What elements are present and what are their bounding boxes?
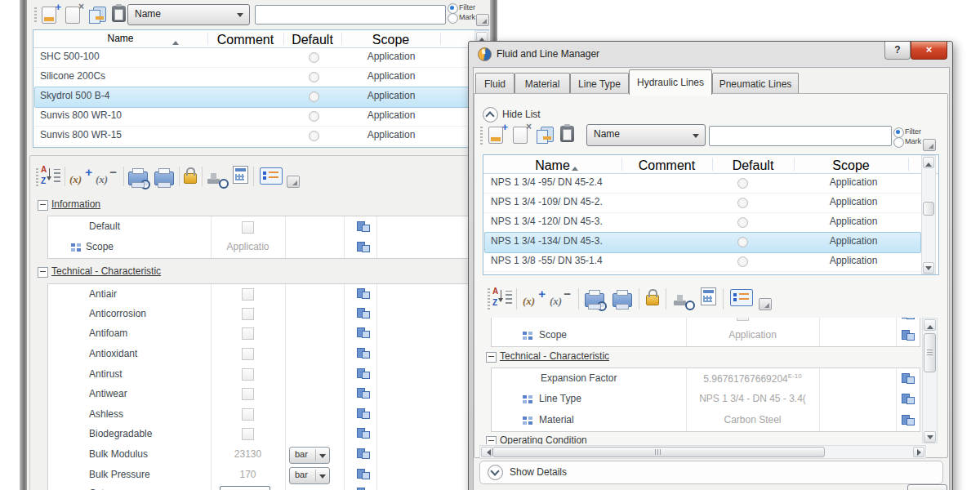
prop-row-ashless[interactable]: Ashless xyxy=(47,404,479,425)
default-radio[interactable] xyxy=(309,72,319,82)
hide-list-chevron-icon[interactable] xyxy=(483,107,498,122)
tab-material[interactable]: Material xyxy=(514,73,570,95)
copy-item-icon[interactable] xyxy=(93,7,106,22)
add-expression-icon[interactable] xyxy=(523,290,547,310)
scrollbar-thumb[interactable] xyxy=(924,333,936,372)
filter-field-combo[interactable]: Name xyxy=(586,124,706,146)
filter-options-button[interactable] xyxy=(476,14,489,26)
prop-row-anticorrosion[interactable]: Anticorrosion xyxy=(47,304,479,325)
validate-icon[interactable] xyxy=(674,287,692,305)
show-details-bar[interactable]: Show Details xyxy=(479,461,943,484)
category-input[interactable] xyxy=(220,486,270,490)
toolbar-overflow-button[interactable] xyxy=(759,298,772,310)
prop-row-bulk-modulus[interactable]: Bulk Modulus 23130 bar xyxy=(47,444,479,466)
lock-icon[interactable] xyxy=(184,173,197,184)
fluid-row-silicone[interactable]: Silicone 200Cs Application xyxy=(34,67,474,87)
column-header-default[interactable]: Default xyxy=(283,33,341,47)
copy-reference-icon[interactable] xyxy=(357,428,370,439)
line-row-55[interactable]: NPS 1 3/8 -55/ DN 35-1.4 Application xyxy=(484,252,920,272)
default-checkbox[interactable] xyxy=(242,221,254,234)
tab-fluid[interactable]: Fluid xyxy=(475,73,514,95)
create-item-icon[interactable] xyxy=(42,7,56,24)
toolbar-grip[interactable] xyxy=(36,167,38,186)
validate-icon[interactable] xyxy=(207,166,225,184)
column-header-comment[interactable]: Comment xyxy=(621,158,712,173)
scroll-left-button[interactable] xyxy=(481,447,492,457)
prop-row-default[interactable]: Default xyxy=(47,216,479,238)
close-button[interactable]: × xyxy=(911,42,947,60)
checkbox[interactable] xyxy=(242,308,254,320)
column-header-scope[interactable]: Scope xyxy=(341,33,440,47)
spreadsheet-icon[interactable] xyxy=(701,287,716,305)
copy-reference-icon[interactable] xyxy=(357,469,370,479)
checkbox[interactable] xyxy=(242,348,254,360)
print-icon[interactable] xyxy=(154,172,174,185)
checkbox[interactable] xyxy=(242,327,254,340)
copy-reference-icon[interactable] xyxy=(357,327,370,338)
checkbox[interactable] xyxy=(242,388,254,400)
copy-reference-icon[interactable] xyxy=(357,388,370,399)
prop-row-line-type[interactable]: Line Type NPS 1 3/4 - DN 45 - 3.4( xyxy=(491,389,920,411)
remove-expression-icon[interactable] xyxy=(96,168,120,188)
default-radio[interactable] xyxy=(309,52,319,63)
checkbox[interactable] xyxy=(242,428,254,440)
toolbar-grip[interactable] xyxy=(480,127,483,145)
default-radio[interactable] xyxy=(309,91,319,102)
show-details-chevron-icon[interactable] xyxy=(488,465,503,480)
toolbar-overflow-button[interactable] xyxy=(287,176,300,188)
column-header-scope[interactable]: Scope xyxy=(794,158,908,173)
scroll-up-button[interactable] xyxy=(924,319,936,331)
fluid-row-skydrol-selected[interactable]: Skydrol 500 B-4 Application xyxy=(34,87,474,108)
tab-line-type[interactable]: Line Type xyxy=(570,73,629,95)
collapse-information-icon[interactable] xyxy=(38,200,48,211)
paste-item-icon[interactable] xyxy=(112,6,126,22)
delete-item-icon[interactable] xyxy=(513,127,528,144)
prop-row-biodegradable[interactable]: Biodegradable xyxy=(47,424,479,445)
toolbar-grip[interactable] xyxy=(488,288,490,310)
default-radio[interactable] xyxy=(737,217,748,228)
column-header-default[interactable]: Default xyxy=(712,158,794,173)
column-header-name[interactable]: Name xyxy=(33,33,207,44)
paste-item-icon[interactable] xyxy=(560,126,574,142)
copy-reference-icon[interactable] xyxy=(357,308,370,318)
print-icon[interactable] xyxy=(612,293,632,307)
default-radio[interactable] xyxy=(737,178,748,189)
sort-alphabetical-icon[interactable] xyxy=(492,287,512,309)
prop-row-category[interactable]: Category xyxy=(47,484,479,490)
scrollbar-thumb[interactable] xyxy=(492,447,825,457)
prop-row-antiair[interactable]: Antiair xyxy=(47,283,479,305)
copy-reference-icon[interactable] xyxy=(902,394,915,404)
default-radio[interactable] xyxy=(737,198,748,208)
collapse-operating-icon[interactable] xyxy=(486,436,497,444)
title-bar[interactable]: Fluid and Line Manager ? × xyxy=(470,42,951,66)
help-button[interactable]: ? xyxy=(884,42,911,60)
properties-horizontal-scrollbar[interactable] xyxy=(479,445,926,459)
copy-reference-icon[interactable] xyxy=(902,373,915,384)
details-panel-icon[interactable] xyxy=(730,289,753,306)
remove-expression-icon[interactable] xyxy=(550,290,574,310)
checkbox[interactable] xyxy=(242,288,254,301)
collapse-technical-icon[interactable] xyxy=(486,352,497,363)
copy-reference-icon[interactable] xyxy=(902,318,915,319)
scrollbar-thumb[interactable] xyxy=(923,202,934,216)
copy-reference-icon[interactable] xyxy=(357,448,370,459)
fluid-row-sunvis10[interactable]: Sunvis 800 WR-10 Application xyxy=(34,106,474,127)
tab-hydraulic-lines[interactable]: Hydraulic Lines xyxy=(629,69,712,95)
filter-text-input[interactable] xyxy=(255,5,446,24)
fluid-row-sunvis15[interactable]: Sunvis 800 WR-15 Application xyxy=(34,126,474,146)
line-row-95[interactable]: NPS 1 3/4 -95/ DN 45-2.4 Application xyxy=(484,173,920,194)
prop-row-expansion-factor[interactable]: Expansion Factor 5.96761767669204E-10 xyxy=(491,368,920,390)
delete-item-icon[interactable] xyxy=(65,7,80,24)
hide-list-label[interactable]: Hide List xyxy=(502,109,541,120)
sort-alphabetical-icon[interactable] xyxy=(41,166,60,187)
fluid-row-shc[interactable]: SHC 500-100 Application xyxy=(34,47,474,68)
spreadsheet-icon[interactable] xyxy=(233,166,248,184)
prop-row-antifoam[interactable]: Antifoam xyxy=(47,323,479,345)
copy-reference-icon[interactable] xyxy=(902,330,915,341)
mark-radio[interactable] xyxy=(893,137,904,148)
details-panel-icon[interactable] xyxy=(260,167,283,185)
copy-reference-icon[interactable] xyxy=(357,408,370,419)
filter-field-combo[interactable]: Name xyxy=(127,4,250,25)
prop-row-scope[interactable]: Scope Applicatio xyxy=(47,237,479,259)
default-radio[interactable] xyxy=(737,237,748,247)
